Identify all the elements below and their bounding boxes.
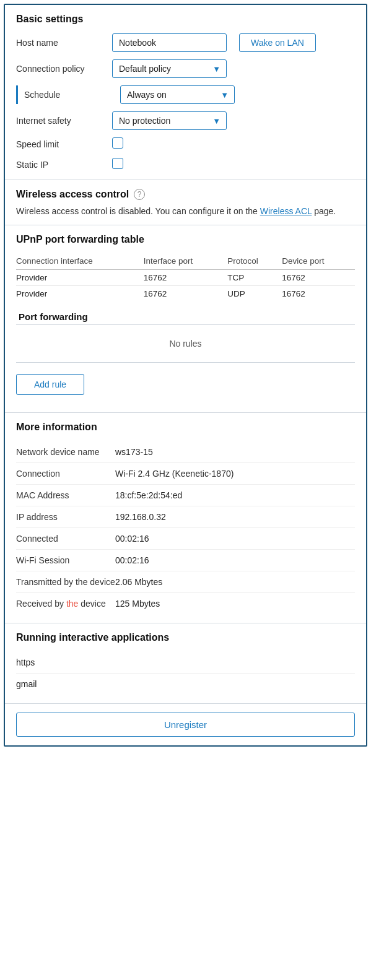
upnp-table: Connection interface Interface port Prot… [16,254,355,301]
received-the-text: the [66,599,78,609]
table-row: Provider 16762 UDP 16762 [16,286,355,302]
received-value: 125 Mbytes [115,599,160,609]
upnp-cell-dport: 16762 [282,270,355,286]
basic-settings-title: Basic settings [16,14,355,25]
more-info-row-received: Received by the device 125 Mbytes [16,593,355,614]
mac-address-label: MAC Address [16,490,115,500]
connection-label: Connection [16,469,115,479]
upnp-col-interface-port: Interface port [144,254,228,270]
ip-address-value: 192.168.0.32 [115,512,166,522]
wireless-acl-title: Wireless access control [16,189,129,200]
connected-value: 00:02:16 [115,534,149,544]
list-item: https [16,652,355,674]
more-info-row-ip: IP address 192.168.0.32 [16,506,355,528]
network-device-name-label: Network device name [16,447,115,457]
upnp-table-wrap: Connection interface Interface port Prot… [16,254,355,301]
upnp-cell-connection2: Provider [16,286,144,302]
wireless-acl-description: Wireless access control is disabled. You… [16,206,355,216]
wireless-acl-description-end: page. [312,206,336,216]
schedule-select[interactable]: Always on Custom schedule [120,85,235,104]
table-row: Provider 16762 TCP 16762 [16,270,355,286]
upnp-col-connection: Connection interface [16,254,144,270]
wireless-acl-description-text: Wireless access control is disabled. You… [16,206,260,216]
wake-on-lan-button[interactable]: Wake on LAN [239,33,316,52]
connected-label: Connected [16,534,115,544]
wireless-acl-help-icon[interactable]: ? [134,189,145,200]
wireless-acl-link[interactable]: Wireless ACL [260,206,312,216]
network-device-name-value: ws173-15 [115,447,153,457]
connection-policy-select[interactable]: Default policy Custom policy [112,59,227,78]
internet-safety-select-wrap: No protection Basic protection Full prot… [112,111,227,130]
transmitted-label: Transmitted by the device [16,577,115,587]
internet-safety-select[interactable]: No protection Basic protection Full prot… [112,111,227,130]
connection-policy-label: Connection policy [16,64,112,74]
connection-policy-select-wrap: Default policy Custom policy ▼ [112,59,227,78]
more-info-row-network-device: Network device name ws173-15 [16,441,355,463]
received-label: Received by the device [16,599,115,609]
speed-limit-checkbox[interactable] [112,137,123,149]
upnp-col-protocol: Protocol [227,254,282,270]
upnp-title: UPnP port forwarding table [16,234,355,245]
upnp-cell-iport2: 16762 [144,286,228,302]
schedule-select-wrap: Always on Custom schedule ▼ [120,85,235,104]
upnp-cell-dport2: 16762 [282,286,355,302]
add-rule-row: Add rule [16,363,355,404]
upnp-col-device-port: Device port [282,254,355,270]
more-info-title: More information [16,422,355,433]
speed-limit-label: Speed limit [16,139,112,149]
connection-value: Wi-Fi 2.4 GHz (Keenetic-1870) [115,469,234,479]
internet-safety-label: Internet safety [16,116,112,126]
list-item: gmail [16,674,355,695]
static-ip-checkbox[interactable] [112,158,123,169]
more-info-row-mac: MAC Address 18:cf:5e:2d:54:ed [16,485,355,506]
static-ip-label: Static IP [16,160,112,170]
schedule-label: Schedule [24,90,120,100]
ip-address-label: IP address [16,512,115,522]
upnp-cell-protocol2: UDP [227,286,282,302]
add-rule-button[interactable]: Add rule [16,374,84,395]
more-info-row-wifi-session: Wi-Fi Session 00:02:16 [16,550,355,571]
transmitted-value: 2.06 Mbytes [115,577,162,587]
no-rules-label: No rules [16,324,355,363]
mac-address-value: 18:cf:5e:2d:54:ed [115,490,182,500]
upnp-cell-iport: 16762 [144,270,228,286]
wifi-session-label: Wi-Fi Session [16,555,115,565]
port-forwarding-title: Port forwarding [16,311,355,322]
wifi-session-value: 00:02:16 [115,555,149,565]
host-name-input[interactable] [112,33,227,52]
upnp-cell-connection: Provider [16,270,144,286]
unregister-button[interactable]: Unregister [16,713,355,737]
running-apps-title: Running interactive applications [16,632,355,643]
more-info-row-connection: Connection Wi-Fi 2.4 GHz (Keenetic-1870) [16,463,355,485]
upnp-cell-protocol: TCP [227,270,282,286]
more-info-row-transmitted: Transmitted by the device 2.06 Mbytes [16,571,355,593]
host-name-label: Host name [16,38,112,48]
more-info-row-connected: Connected 00:02:16 [16,528,355,550]
